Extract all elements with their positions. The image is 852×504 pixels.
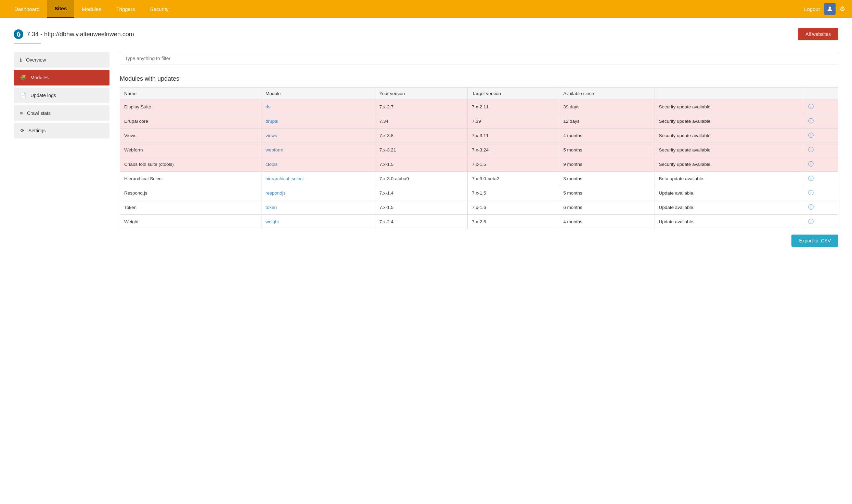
cell-info[interactable]: ⓘ bbox=[804, 172, 838, 186]
col-your-version: Your version bbox=[375, 88, 468, 100]
cell-available-since: 5 months bbox=[559, 186, 655, 200]
export-csv-button[interactable]: Export to .CSV bbox=[791, 235, 838, 247]
sidebar-item-settings[interactable]: ⚙ Settings bbox=[14, 123, 109, 138]
cell-module[interactable]: respondjs bbox=[261, 186, 375, 200]
cell-your-version: 7.x-1.5 bbox=[375, 157, 468, 172]
cell-module[interactable]: drupal bbox=[261, 114, 375, 129]
module-link: views bbox=[266, 133, 277, 138]
logout-button[interactable]: Logout bbox=[804, 6, 820, 12]
cell-status: Security update available. bbox=[655, 157, 804, 172]
cell-info[interactable]: ⓘ bbox=[804, 215, 838, 229]
sidebar-item-modules-label: Modules bbox=[30, 75, 49, 80]
user-avatar-icon[interactable] bbox=[824, 3, 836, 15]
sidebar-item-crawl-stats[interactable]: ≡ Crawl stats bbox=[14, 105, 109, 121]
nav-right: Logout ⚙ bbox=[804, 3, 845, 15]
gear-icon[interactable]: ⚙ bbox=[840, 5, 845, 13]
table-row: Webform webform 7.x-3.21 7.x-3.24 5 mont… bbox=[120, 143, 838, 157]
cell-info[interactable]: ⓘ bbox=[804, 200, 838, 215]
cell-name: Hierarchical Select bbox=[120, 172, 261, 186]
info-icon: ℹ bbox=[20, 57, 22, 63]
content-layout: ℹ Overview 🧩 Modules 📄 Update logs ≡ Cra… bbox=[14, 52, 838, 247]
cell-name: Drupal core bbox=[120, 114, 261, 129]
nav-item-modules[interactable]: Modules bbox=[74, 0, 109, 18]
cell-name: Views bbox=[120, 129, 261, 143]
nav-item-dashboard[interactable]: Dashboard bbox=[7, 0, 47, 18]
cell-status: Update available. bbox=[655, 215, 804, 229]
cell-info[interactable]: ⓘ bbox=[804, 129, 838, 143]
sidebar-item-overview[interactable]: ℹ Overview bbox=[14, 52, 109, 68]
cell-your-version: 7.x-2.7 bbox=[375, 100, 468, 114]
info-circle-icon[interactable]: ⓘ bbox=[808, 204, 814, 210]
cell-target-version: 7.x-3.24 bbox=[468, 143, 559, 157]
cell-your-version: 7.x-3.8 bbox=[375, 129, 468, 143]
cell-info[interactable]: ⓘ bbox=[804, 157, 838, 172]
cell-module[interactable]: webform bbox=[261, 143, 375, 157]
info-circle-icon[interactable]: ⓘ bbox=[808, 175, 814, 181]
info-circle-icon[interactable]: ⓘ bbox=[808, 190, 814, 196]
cell-status: Update available. bbox=[655, 200, 804, 215]
sidebar-item-update-logs[interactable]: 📄 Update logs bbox=[14, 88, 109, 103]
all-websites-button[interactable]: All websites bbox=[798, 28, 838, 40]
sidebar-item-modules[interactable]: 🧩 Modules bbox=[14, 70, 109, 85]
cell-status: Security update available. bbox=[655, 114, 804, 129]
nav-item-security[interactable]: Security bbox=[142, 0, 176, 18]
cell-status: Beta update available. bbox=[655, 172, 804, 186]
sidebar-item-settings-label: Settings bbox=[28, 128, 46, 133]
cell-available-since: 4 months bbox=[559, 129, 655, 143]
nav-item-triggers[interactable]: Triggers bbox=[109, 0, 142, 18]
cell-module[interactable]: token bbox=[261, 200, 375, 215]
modules-table: Name Module Your version Target version … bbox=[120, 87, 838, 229]
col-available-since: Available since bbox=[559, 88, 655, 100]
sidebar-item-update-logs-label: Update logs bbox=[30, 93, 56, 98]
module-link: ds bbox=[266, 104, 270, 109]
cell-module[interactable]: hierarchical_select bbox=[261, 172, 375, 186]
cell-module[interactable]: ctools bbox=[261, 157, 375, 172]
cell-info[interactable]: ⓘ bbox=[804, 100, 838, 114]
module-link: drupal bbox=[266, 119, 279, 124]
info-circle-icon[interactable]: ⓘ bbox=[808, 104, 814, 109]
col-status bbox=[655, 88, 804, 100]
cell-available-since: 39 days bbox=[559, 100, 655, 114]
info-circle-icon[interactable]: ⓘ bbox=[808, 218, 814, 224]
cell-module[interactable]: weight bbox=[261, 215, 375, 229]
table-row: Respond.js respondjs 7.x-1.4 7.x-1.5 5 m… bbox=[120, 186, 838, 200]
cell-available-since: 12 days bbox=[559, 114, 655, 129]
cell-name: Display Suite bbox=[120, 100, 261, 114]
cell-available-since: 9 months bbox=[559, 157, 655, 172]
filter-input[interactable] bbox=[120, 52, 838, 65]
table-row: Weight weight 7.x-2.4 7.x-2.5 4 months U… bbox=[120, 215, 838, 229]
cell-your-version: 7.34 bbox=[375, 114, 468, 129]
site-header: 7.34 - http://dbhw.v.alteuweelnwen.com A… bbox=[14, 28, 838, 40]
cell-target-version: 7.x-3.11 bbox=[468, 129, 559, 143]
table-row: Drupal core drupal 7.34 7.39 12 days Sec… bbox=[120, 114, 838, 129]
cell-status: Update available. bbox=[655, 186, 804, 200]
info-circle-icon[interactable]: ⓘ bbox=[808, 147, 814, 152]
cell-target-version: 7.x-1.6 bbox=[468, 200, 559, 215]
page-content: 7.34 - http://dbhw.v.alteuweelnwen.com A… bbox=[0, 18, 852, 257]
cell-info[interactable]: ⓘ bbox=[804, 186, 838, 200]
puzzle-icon: 🧩 bbox=[20, 75, 26, 81]
cell-module[interactable]: ds bbox=[261, 100, 375, 114]
cell-your-version: 7.x-1.5 bbox=[375, 200, 468, 215]
site-title: 7.34 - http://dbhw.v.alteuweelnwen.com bbox=[14, 29, 134, 39]
cell-available-since: 4 months bbox=[559, 215, 655, 229]
cell-target-version: 7.x-1.5 bbox=[468, 157, 559, 172]
nav-item-sites[interactable]: Sites bbox=[47, 0, 74, 18]
col-action bbox=[804, 88, 838, 100]
cell-name: Weight bbox=[120, 215, 261, 229]
cell-available-since: 5 months bbox=[559, 143, 655, 157]
cell-target-version: 7.39 bbox=[468, 114, 559, 129]
cell-name: Webform bbox=[120, 143, 261, 157]
info-circle-icon[interactable]: ⓘ bbox=[808, 132, 814, 138]
module-link: token bbox=[266, 205, 277, 210]
document-icon: 📄 bbox=[20, 92, 26, 98]
info-circle-icon[interactable]: ⓘ bbox=[808, 118, 814, 124]
cell-target-version: 7.x-1.5 bbox=[468, 186, 559, 200]
info-circle-icon[interactable]: ⓘ bbox=[808, 161, 814, 167]
cell-info[interactable]: ⓘ bbox=[804, 114, 838, 129]
cell-module[interactable]: views bbox=[261, 129, 375, 143]
cell-info[interactable]: ⓘ bbox=[804, 143, 838, 157]
cell-available-since: 3 months bbox=[559, 172, 655, 186]
sidebar-item-crawl-stats-label: Crawl stats bbox=[27, 110, 51, 116]
table-row: Chaos tool suite (ctools) ctools 7.x-1.5… bbox=[120, 157, 838, 172]
